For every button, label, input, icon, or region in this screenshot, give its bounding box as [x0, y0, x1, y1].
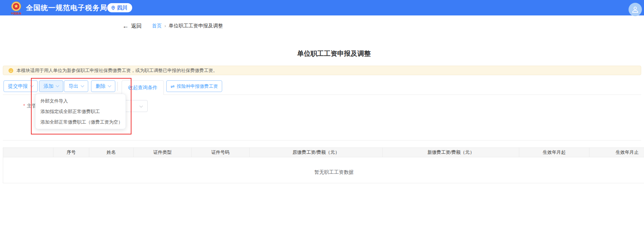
table-header-id-type: 证件类型	[134, 148, 192, 157]
breadcrumb-home-link[interactable]: 首页	[152, 23, 162, 29]
collapse-query-conditions-tab[interactable]: 收起查询条件	[122, 80, 164, 95]
chevron-down-icon	[56, 84, 59, 87]
back-button[interactable]: ← 返回	[122, 23, 142, 29]
location-pin-icon	[111, 5, 116, 11]
declare-by-insurance-type-label: 按险种申报缴费工资	[177, 83, 218, 90]
table-header-effective-to: 生效年月止	[590, 148, 644, 157]
top-header-bar: 中国税务 全国统一规范电子税务局 四川	[0, 0, 644, 15]
user-avatar[interactable]	[629, 3, 642, 16]
export-label: 导出	[69, 83, 78, 90]
declare-by-insurance-type-button[interactable]: ⇌ 按险种申报缴费工资	[166, 80, 222, 92]
table-header-id-number: 证件号码	[192, 148, 250, 157]
region-selector[interactable]: 四川	[107, 3, 132, 12]
export-button[interactable]: 导出	[64, 80, 88, 92]
table-empty-body: 暂无职工工资数据	[3, 157, 644, 183]
toolbar-divider	[117, 82, 118, 91]
table-header-new-salary: 新缴费工资/费额（元）	[383, 148, 519, 157]
breadcrumb-separator: ›	[165, 24, 166, 28]
chevron-down-icon	[140, 104, 143, 108]
delete-button[interactable]: 删除	[91, 80, 115, 92]
table-header-seq: 序号	[53, 148, 89, 157]
add-button[interactable]: 添加	[39, 80, 63, 92]
notice-bar: 本模块适用于用人单位为新参保职工申报社保费缴费工资，或为职工调整已申报的社保费缴…	[3, 66, 641, 75]
smiley-icon	[8, 68, 14, 73]
chevron-down-icon	[30, 84, 34, 87]
add-dropdown-menu: 外部文件导入 添加指定或全部正常缴费职工 添加全部正常缴费职工（缴费工资为空）	[35, 94, 126, 129]
breadcrumb: ← 返回 首页 › 单位职工工资申报及调整	[122, 22, 223, 30]
employee-salary-table: 序号 姓名 证件类型 证件号码 原缴费工资/费额（元） 新缴费工资/费额（元） …	[3, 147, 644, 183]
logo-caption: 中国税务	[11, 12, 22, 15]
chevron-down-icon	[108, 84, 111, 87]
notice-text: 本模块适用于用人单位为新参保职工申报社保费缴费工资，或为职工调整已申报的社保费缴…	[17, 67, 218, 74]
menu-item-add-all-employees-empty-salary[interactable]: 添加全部正常缴费职工（缴费工资为空）	[36, 117, 125, 127]
table-header-name: 姓名	[89, 148, 134, 157]
add-label: 添加	[44, 83, 53, 90]
page: 中国税务 全国统一规范电子税务局 四川 ← 返	[0, 0, 644, 244]
table-header-checkbox	[3, 148, 53, 157]
menu-item-external-file-import[interactable]: 外部文件导入	[36, 96, 125, 106]
submit-declaration-label: 提交申报	[8, 83, 28, 90]
swap-icon: ⇌	[170, 84, 175, 89]
tax-bureau-emblem-icon: 中国税务	[10, 1, 22, 17]
table-header-effective-from: 生效年月起	[519, 148, 590, 157]
breadcrumb-current: 单位职工工资申报及调整	[169, 23, 223, 29]
page-title: 单位职工工资申报及调整	[0, 49, 644, 58]
submit-declaration-button[interactable]: 提交申报	[4, 80, 38, 92]
delete-label: 删除	[96, 83, 105, 90]
tax-authority-label: *主管	[23, 103, 37, 109]
table-header-row: 序号 姓名 证件类型 证件号码 原缴费工资/费额（元） 新缴费工资/费额（元） …	[3, 147, 644, 157]
person-icon	[631, 5, 639, 14]
required-asterisk: *	[23, 103, 25, 108]
back-arrow-icon: ←	[122, 23, 129, 29]
table-header-original-salary: 原缴费工资/费额（元）	[250, 148, 383, 157]
app-title: 全国统一规范电子税务局	[26, 0, 107, 15]
empty-state-text: 暂无职工工资数据	[3, 165, 644, 176]
chevron-down-icon	[81, 84, 84, 87]
back-label: 返回	[131, 23, 142, 29]
menu-item-add-specified-or-all-employees[interactable]: 添加指定或全部正常缴费职工	[36, 106, 125, 117]
region-label: 四川	[117, 5, 128, 11]
